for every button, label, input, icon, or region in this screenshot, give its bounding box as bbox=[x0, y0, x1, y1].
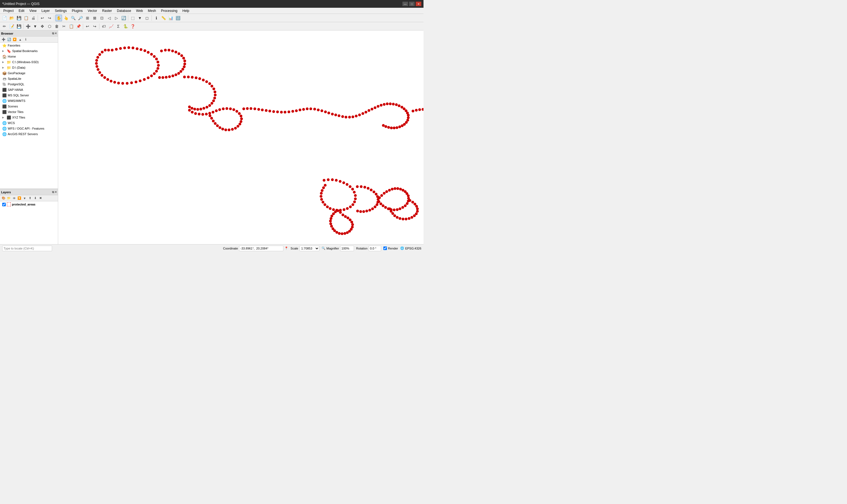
layers-panel-close[interactable]: ✕ bbox=[55, 191, 57, 194]
menu-processing[interactable]: Processing bbox=[159, 8, 179, 13]
menu-mesh[interactable]: Mesh bbox=[146, 8, 158, 13]
undo-edits-button[interactable]: ↩ bbox=[84, 23, 91, 30]
menu-plugins[interactable]: Plugins bbox=[70, 8, 85, 13]
locate-input[interactable] bbox=[2, 246, 52, 251]
tree-item-home[interactable]: 🏠 Home bbox=[0, 54, 58, 59]
browser-panel-close[interactable]: ✕ bbox=[55, 32, 57, 35]
tree-item-wmswmts[interactable]: 🌐 WMS/WMTS bbox=[0, 98, 58, 104]
delete-selected-button[interactable]: 🗑 bbox=[53, 23, 60, 30]
menu-vector[interactable]: Vector bbox=[86, 8, 100, 13]
menu-web[interactable]: Web bbox=[134, 8, 145, 13]
layer-visibility-checkbox[interactable] bbox=[2, 203, 6, 206]
browser-add-button[interactable]: ➕ bbox=[1, 37, 6, 42]
filter-layer-expression-button[interactable]: ▼ bbox=[22, 196, 27, 201]
edit-button[interactable]: 📝 bbox=[8, 23, 15, 30]
select-dropdown-button[interactable]: ▼ bbox=[137, 15, 143, 21]
zoom-selected-button[interactable]: ⊡ bbox=[98, 15, 105, 21]
add-group-button[interactable]: 📁 bbox=[6, 196, 11, 201]
zoom-full-button[interactable]: ⊞ bbox=[84, 15, 91, 21]
menu-project[interactable]: Project bbox=[1, 8, 16, 13]
menu-database[interactable]: Database bbox=[115, 8, 133, 13]
label-button[interactable]: 🏷 bbox=[101, 23, 107, 30]
menu-settings[interactable]: Settings bbox=[53, 8, 69, 13]
deselect-button[interactable]: ◻ bbox=[144, 15, 150, 21]
paste-features-button[interactable]: 📌 bbox=[75, 23, 82, 30]
tree-item-arcgis[interactable]: 🌐 ArcGIS REST Servers bbox=[0, 131, 58, 137]
rotation-input[interactable] bbox=[369, 246, 381, 251]
layers-panel-float[interactable]: ⧉ bbox=[52, 191, 54, 194]
select-features-button[interactable]: ⬚ bbox=[129, 15, 136, 21]
field-calc-button[interactable]: Σ bbox=[115, 23, 122, 30]
browser-collapse-button[interactable]: ▲ bbox=[18, 37, 23, 42]
epsg-display[interactable]: 🌐 EPSG:4326 bbox=[400, 247, 421, 250]
scale-combo[interactable]: 1:70853 1:100000 1:50000 bbox=[300, 246, 319, 251]
tree-item-sap-hana[interactable]: ⬛ SAP HANA bbox=[0, 87, 58, 92]
zoom-in-button[interactable]: 🔍 bbox=[70, 15, 76, 21]
node-tool-button[interactable]: ⬡ bbox=[46, 23, 53, 30]
browser-refresh-button[interactable]: 🔄 bbox=[7, 37, 12, 42]
move-feature-button[interactable]: ✥ bbox=[39, 23, 46, 30]
maximize-button[interactable]: □ bbox=[409, 2, 415, 6]
tree-item-favorites[interactable]: ⭐ Favorites bbox=[0, 43, 58, 48]
zoom-previous-button[interactable]: ◁ bbox=[106, 15, 112, 21]
print-button[interactable]: 🖨 bbox=[30, 15, 37, 21]
python-button[interactable]: 🐍 bbox=[122, 23, 129, 30]
save-as-button[interactable]: 📋 bbox=[23, 15, 29, 21]
manage-layer-visibility-button[interactable]: 👁 bbox=[12, 196, 17, 201]
tree-item-scenes[interactable]: ⬛ Scenes bbox=[0, 104, 58, 109]
tree-item-geopackage[interactable]: 📦 GeoPackage bbox=[0, 70, 58, 76]
tree-item-xyz-tiles[interactable]: ▶ ⬛ XYZ Tiles bbox=[0, 115, 58, 120]
digitize-dropdown[interactable]: ▼ bbox=[32, 23, 38, 30]
browser-enable-properties-button[interactable]: ℹ bbox=[23, 37, 28, 42]
layer-item-protected-areas[interactable]: protected_areas bbox=[0, 201, 58, 208]
identify-button[interactable]: ℹ bbox=[153, 15, 160, 21]
browser-filter-button[interactable]: 🔽 bbox=[12, 37, 17, 42]
add-feature-button[interactable]: ➕ bbox=[25, 23, 31, 30]
undo-button[interactable]: ↩ bbox=[39, 15, 46, 21]
refresh-button[interactable]: 🔄 bbox=[120, 15, 127, 21]
tree-item-postgresql[interactable]: 🐘 PostgreSQL bbox=[0, 82, 58, 87]
map-area[interactable] bbox=[58, 31, 424, 244]
tree-item-spatialite[interactable]: 🗃 SpatiaLite bbox=[0, 76, 58, 82]
remove-layer-button[interactable]: ✖ bbox=[38, 196, 43, 201]
browser-panel-float[interactable]: ⧉ bbox=[52, 32, 54, 35]
zoom-next-button[interactable]: ▷ bbox=[113, 15, 120, 21]
redo-button[interactable]: ↪ bbox=[46, 15, 53, 21]
save-project-button[interactable]: 💾 bbox=[16, 15, 22, 21]
calculator-button[interactable]: 🔢 bbox=[175, 15, 181, 21]
zoom-out-button[interactable]: 🔎 bbox=[77, 15, 84, 21]
new-project-button[interactable]: 📄 bbox=[1, 15, 8, 21]
render-checkbox[interactable] bbox=[383, 247, 387, 250]
tree-item-mssql[interactable]: ⬛ MS SQL Server bbox=[0, 92, 58, 98]
pan-to-button[interactable]: 👆 bbox=[62, 15, 69, 21]
save-edits-button[interactable]: 💾 bbox=[16, 23, 22, 30]
redo-edits-button[interactable]: ↪ bbox=[91, 23, 98, 30]
tree-item-spatial-bookmarks[interactable]: ▶ 🔖 Spatial Bookmarks bbox=[0, 48, 58, 54]
tree-item-wfs[interactable]: 🌐 WFS / OGC API - Features bbox=[0, 126, 58, 131]
current-edits-button[interactable]: ✏ bbox=[1, 23, 8, 30]
tree-item-d-drive[interactable]: ▶ 📁 D:\ (Data) bbox=[0, 65, 58, 70]
pan-button[interactable]: ✋ bbox=[55, 15, 62, 21]
menu-help[interactable]: Help bbox=[180, 8, 192, 13]
chart-button[interactable]: 📈 bbox=[108, 23, 114, 30]
tree-item-wcs[interactable]: 🌐 WCS bbox=[0, 120, 58, 126]
magnifier-input[interactable] bbox=[340, 246, 354, 251]
coordinate-input[interactable] bbox=[239, 246, 283, 251]
zoom-layer-button[interactable]: ⊠ bbox=[91, 15, 98, 21]
measure-button[interactable]: 📏 bbox=[160, 15, 167, 21]
menu-view[interactable]: View bbox=[27, 8, 39, 13]
open-project-button[interactable]: 📂 bbox=[8, 15, 15, 21]
statistics-button[interactable]: 📊 bbox=[167, 15, 174, 21]
minimize-button[interactable]: — bbox=[402, 2, 408, 6]
help-plugin-button[interactable]: ❓ bbox=[129, 23, 136, 30]
move-layer-up-button[interactable]: ⬆ bbox=[28, 196, 32, 201]
open-layer-styling-button[interactable]: 🎨 bbox=[1, 196, 6, 201]
copy-features-button[interactable]: 📋 bbox=[68, 23, 74, 30]
move-layer-down-button[interactable]: ⬇ bbox=[33, 196, 38, 201]
cut-features-button[interactable]: ✂ bbox=[61, 23, 67, 30]
filter-layer-button[interactable]: 🔽 bbox=[17, 196, 22, 201]
menu-edit[interactable]: Edit bbox=[16, 8, 26, 13]
close-button[interactable]: ✕ bbox=[416, 2, 421, 6]
menu-layer[interactable]: Layer bbox=[39, 8, 52, 13]
tree-item-vector-tiles[interactable]: ⬛ Vector Tiles bbox=[0, 109, 58, 115]
